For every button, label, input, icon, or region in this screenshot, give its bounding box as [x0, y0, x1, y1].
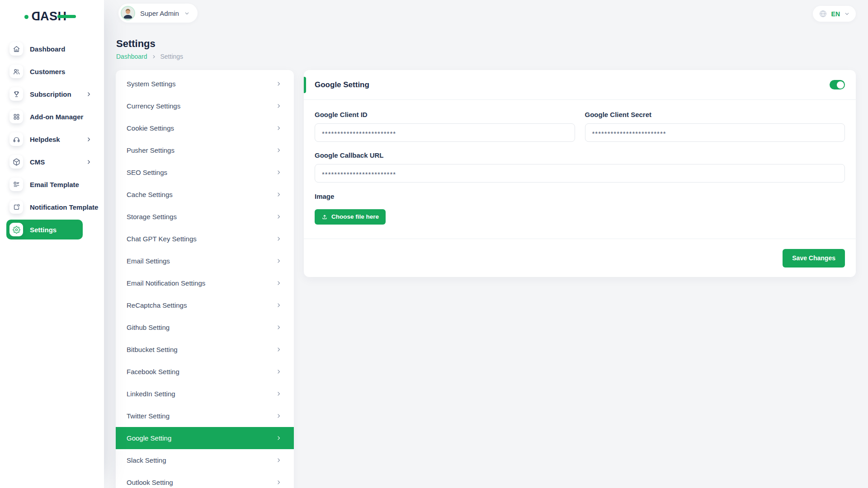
settings-nav-item-label: Github Setting [127, 324, 170, 331]
settings-nav-item-label: Currency Settings [127, 102, 180, 110]
main-content: Settings Dashboard Settings System Setti… [116, 0, 856, 488]
page-title: Settings [116, 38, 156, 50]
notification-icon [9, 200, 23, 214]
home-icon [9, 42, 23, 56]
settings-nav-item-cookie-settings[interactable]: Cookie Settings [116, 117, 294, 139]
headphones-icon [9, 132, 23, 146]
chevron-right-icon [276, 147, 282, 153]
card-header: Google Setting [304, 70, 856, 100]
settings-nav-item-label: Email Notification Settings [127, 279, 205, 287]
chevron-right-icon [276, 347, 282, 352]
sidebar-item-add-on-manager[interactable]: Add-on Manager [6, 105, 93, 128]
sidebar-item-settings[interactable]: Settings [6, 220, 83, 239]
chevron-right-icon [86, 136, 92, 142]
avatar [121, 6, 135, 20]
settings-nav-item-system-settings[interactable]: System Settings [116, 73, 294, 95]
brand-logo: DASH [31, 8, 67, 24]
chevron-right-icon [276, 236, 282, 242]
sidebar-item-cms[interactable]: CMS [6, 150, 93, 173]
google-setting-toggle[interactable] [830, 80, 845, 89]
language-code: EN [831, 10, 840, 18]
settings-nav-item-github-setting[interactable]: Github Setting [116, 316, 294, 338]
globe-icon [819, 9, 827, 18]
sidebar-item-label: Add-on Manager [30, 113, 83, 121]
settings-nav-item-pusher-settings[interactable]: Pusher Settings [116, 139, 294, 161]
choose-file-label: Choose file here [331, 213, 379, 220]
sidebar: DASH DashboardCustomersSubscriptionAdd-o… [0, 0, 104, 488]
card-body: Google Client IDGoogle Client SecretGoog… [304, 100, 856, 225]
sidebar-item-dashboard[interactable]: Dashboard [6, 38, 93, 60]
chevron-right-icon [276, 391, 282, 397]
chevron-right-icon [276, 457, 282, 463]
settings-nav-item-twitter-setting[interactable]: Twitter Setting [116, 405, 294, 427]
settings-nav-item-outlook-setting[interactable]: Outlook Setting [116, 471, 294, 488]
card-footer: Save Changes [304, 239, 856, 277]
users-icon [9, 65, 23, 78]
settings-nav-item-facebook-setting[interactable]: Facebook Setting [116, 361, 294, 383]
person-photo-icon [122, 7, 134, 19]
settings-nav-item-chat-gpt-key-settings[interactable]: Chat GPT Key Settings [116, 228, 294, 250]
user-menu[interactable]: Super Admin [118, 4, 198, 23]
breadcrumb-link-dashboard[interactable]: Dashboard [116, 53, 147, 60]
chevron-right-icon [276, 103, 282, 109]
settings-nav-item-recaptcha-settings[interactable]: ReCaptcha Settings [116, 294, 294, 316]
settings-nav-item-linkedin-setting[interactable]: LinkedIn Setting [116, 383, 294, 405]
chevron-right-icon [276, 81, 282, 87]
field-label: Google Callback URL [315, 151, 845, 159]
sidebar-item-label: Notification Template [30, 203, 98, 211]
sidebar-item-email-template[interactable]: Email Template [6, 173, 93, 196]
sidebar-item-label: CMS [30, 158, 45, 166]
settings-nav-item-label: Google Setting [127, 434, 171, 442]
settings-nav-item-label: Twitter Setting [127, 412, 170, 420]
settings-nav-item-storage-settings[interactable]: Storage Settings [116, 206, 294, 228]
google-setting-card: Google Setting Google Client IDGoogle Cl… [304, 70, 856, 277]
save-changes-button[interactable]: Save Changes [783, 249, 845, 267]
sidebar-item-label: Customers [30, 68, 65, 75]
settings-nav-item-email-notification-settings[interactable]: Email Notification Settings [116, 272, 294, 294]
settings-nav-item-label: Email Settings [127, 257, 170, 265]
settings-nav-item-label: LinkedIn Setting [127, 390, 175, 398]
chevron-right-icon [276, 125, 282, 131]
settings-nav-item-seo-settings[interactable]: SEO Settings [116, 161, 294, 183]
upload-icon [321, 214, 328, 220]
settings-nav-item-bitbucket-setting[interactable]: Bitbucket Setting [116, 338, 294, 361]
breadcrumb: Dashboard Settings [116, 53, 183, 60]
fields-grid: Google Client IDGoogle Client SecretGoog… [315, 111, 845, 192]
chevron-right-icon [276, 280, 282, 286]
breadcrumb-separator-icon [151, 54, 156, 59]
settings-nav-item-currency-settings[interactable]: Currency Settings [116, 95, 294, 117]
chevron-right-icon [86, 91, 92, 97]
toggle-knob [837, 81, 844, 89]
settings-nav-item-label: Bitbucket Setting [127, 346, 178, 353]
settings-nav-item-label: Chat GPT Key Settings [127, 235, 197, 243]
google-client-id-input[interactable] [315, 123, 575, 142]
google-callback-url-input[interactable] [315, 164, 845, 183]
sidebar-item-helpdesk[interactable]: Helpdesk [6, 128, 93, 150]
chevron-right-icon [276, 169, 282, 175]
user-name: Super Admin [140, 9, 179, 17]
logo-dot-icon [24, 15, 28, 19]
sidebar-item-customers[interactable]: Customers [6, 60, 93, 83]
language-selector[interactable]: EN [813, 6, 856, 22]
sidebar-item-notification-template[interactable]: Notification Template [6, 196, 93, 218]
card-title: Google Setting [315, 80, 369, 89]
chevron-right-icon [276, 258, 282, 264]
settings-nav-item-email-settings[interactable]: Email Settings [116, 250, 294, 272]
chevron-right-icon [276, 435, 282, 441]
image-label: Image [315, 192, 845, 200]
choose-file-button[interactable]: Choose file here [315, 209, 386, 225]
chevron-right-icon [276, 324, 282, 330]
chevron-right-icon [276, 192, 282, 197]
trophy-icon [9, 87, 23, 101]
sidebar-item-label: Subscription [30, 90, 71, 98]
field-google-client-secret: Google Client Secret [585, 111, 845, 142]
google-client-secret-input[interactable] [585, 123, 845, 142]
field-label: Google Client ID [315, 111, 575, 118]
chevron-right-icon [276, 214, 282, 220]
settings-nav-item-cache-settings[interactable]: Cache Settings [116, 183, 294, 206]
chevron-down-icon [184, 10, 190, 16]
settings-nav-item-google-setting[interactable]: Google Setting [116, 427, 294, 449]
sidebar-item-subscription[interactable]: Subscription [6, 83, 93, 105]
settings-nav-item-label: Outlook Setting [127, 479, 173, 486]
settings-nav-item-slack-setting[interactable]: Slack Setting [116, 449, 294, 471]
